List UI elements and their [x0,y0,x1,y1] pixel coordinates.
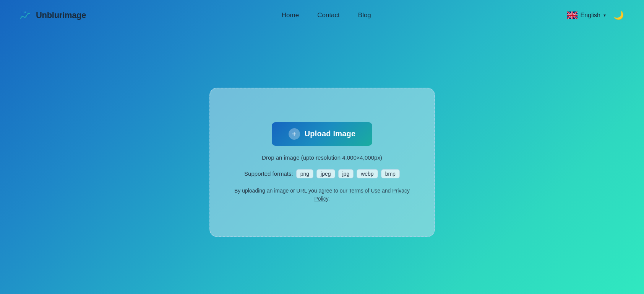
logo-text: Unblurimage [36,10,86,20]
svg-point-2 [24,11,26,13]
terms-text: By uploading an image or URL you agree t… [230,187,414,203]
format-badge-webp: webp [357,169,378,178]
header-right: English ▾ 🌙 [567,8,626,22]
main-content: + Upload Image Drop an image (upto resol… [0,31,644,294]
logo[interactable]: Unblurimage [18,8,86,22]
nav-blog[interactable]: Blog [358,11,371,19]
nav-home[interactable]: Home [282,11,299,19]
uk-flag-icon [567,11,577,19]
site-header: Unblurimage Home Contact Blog English ▾ … [0,0,644,31]
theme-toggle-button[interactable]: 🌙 [612,8,626,22]
language-label: English [581,12,600,19]
moon-icon: 🌙 [613,10,624,20]
upload-card: + Upload Image Drop an image (upto resol… [209,88,435,237]
drop-text: Drop an image (upto resolution 4,000×4,0… [262,154,382,161]
svg-rect-0 [18,8,32,22]
language-selector[interactable]: English ▾ [567,11,606,19]
nav-contact[interactable]: Contact [317,11,340,19]
plus-circle-icon: + [289,128,300,140]
logo-icon [18,8,32,22]
main-nav: Home Contact Blog [282,11,371,19]
terms-link[interactable]: Terms of Use [349,188,380,194]
format-badge-jpg: jpg [338,169,354,178]
format-badge-bmp: bmp [381,169,400,178]
format-badge-jpeg: jpeg [316,169,335,178]
format-badge-png: png [296,169,313,178]
formats-row: Supported formats: png jpeg jpg webp bmp [244,169,400,178]
chevron-down-icon: ▾ [603,13,606,18]
upload-button-label: Upload Image [305,129,356,138]
svg-point-1 [20,13,23,15]
formats-label: Supported formats: [244,170,293,177]
upload-image-button[interactable]: + Upload Image [272,122,373,146]
